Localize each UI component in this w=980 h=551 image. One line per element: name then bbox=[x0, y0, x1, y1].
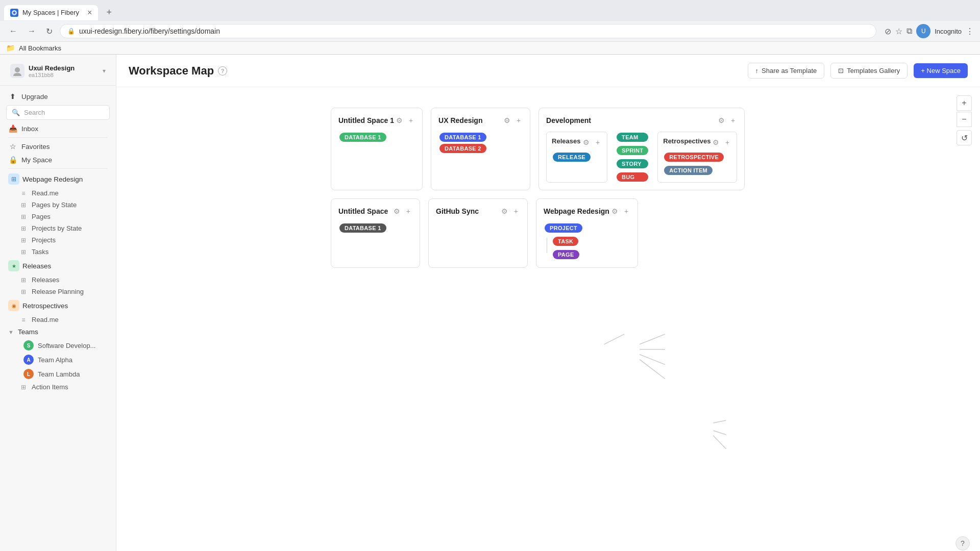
workspace-selector[interactable]: Uxui Redesign ea131bb8 ▾ bbox=[6, 61, 110, 81]
card-header-untitled-2: Untitled Space ⚙ + bbox=[338, 206, 412, 216]
card-title-untitled-1: Untitled Space 1 bbox=[338, 116, 394, 124]
forward-button[interactable]: → bbox=[24, 24, 39, 38]
card-settings-webpage-redesign[interactable]: ⚙ bbox=[609, 206, 620, 216]
reload-button[interactable]: ↻ bbox=[43, 24, 56, 38]
space-card-webpage-redesign: Webpage Redesign ⚙ + PROJECT TASK bbox=[536, 198, 638, 268]
card-title-github-sync: GitHub Sync bbox=[436, 207, 479, 215]
sidebar-item-upgrade[interactable]: ⬆ Upgrade bbox=[3, 90, 113, 103]
card-settings-github-sync[interactable]: ⚙ bbox=[499, 206, 510, 216]
sidebar-item-releases[interactable]: ⊞ Releases bbox=[3, 274, 113, 286]
releases-section-label: Releases bbox=[22, 262, 51, 270]
browser-nav: ← → ↻ 🔒 uxui-redesign.fibery.io/fibery/s… bbox=[0, 21, 980, 41]
card-settings-untitled-2[interactable]: ⚙ bbox=[391, 206, 402, 216]
svg-line-2 bbox=[640, 334, 665, 344]
development-inner: Releases ⚙ + RELEASE TEAM bbox=[546, 132, 737, 183]
templates-gallery-button[interactable]: ⊡ Templates Gallery bbox=[830, 63, 908, 79]
upgrade-label: Upgrade bbox=[21, 93, 48, 101]
sidebar-item-release-planning[interactable]: ⊞ Release Planning bbox=[3, 286, 113, 297]
sidebar-item-releases-section[interactable]: ★ Releases bbox=[3, 258, 113, 274]
card-add-untitled-1[interactable]: + bbox=[407, 115, 415, 126]
extensions-icon[interactable]: ⧉ bbox=[906, 27, 912, 36]
card-add-development[interactable]: + bbox=[729, 115, 737, 126]
sidebar-item-teams[interactable]: ▼ Teams bbox=[3, 325, 113, 338]
sidebar-item-projects[interactable]: ⊞ Projects bbox=[3, 234, 113, 246]
dev-retro-add[interactable]: + bbox=[723, 137, 731, 147]
card-settings-development[interactable]: ⚙ bbox=[716, 115, 727, 126]
zoom-in-button[interactable]: + bbox=[957, 95, 972, 111]
sidebar-item-team-alpha[interactable]: A Team Alpha bbox=[3, 353, 113, 367]
tag-story: STORY bbox=[617, 159, 648, 168]
svg-line-9 bbox=[713, 436, 726, 449]
spaces-row-2: Untitled Space ⚙ + DATABASE 1 GitHub Syn… bbox=[331, 198, 745, 268]
sidebar-search[interactable]: 🔍 Search bbox=[6, 105, 110, 120]
team-alpha-label: Team Alpha bbox=[38, 356, 72, 364]
sidebar-item-team-lambda[interactable]: L Team Lambda bbox=[3, 367, 113, 381]
sidebar-item-read-me-2[interactable]: ≡ Read.me bbox=[3, 314, 113, 325]
pages-by-state-label: Pages by State bbox=[32, 201, 77, 209]
divider-2 bbox=[8, 168, 108, 169]
active-tab[interactable]: My Spaces | Fibery × bbox=[4, 5, 98, 20]
dev-releases-card: Releases ⚙ + RELEASE bbox=[546, 132, 607, 183]
card-add-untitled-2[interactable]: + bbox=[404, 206, 412, 216]
sidebar-item-favorites[interactable]: ☆ Favorites bbox=[3, 140, 113, 153]
card-header-ux-redesign: UX Redesign ⚙ + bbox=[438, 115, 523, 126]
tag-task: TASK bbox=[553, 237, 578, 246]
release-planning-icon: ⊞ bbox=[19, 288, 28, 295]
sidebar-item-retrospectives[interactable]: ◉ Retrospectives bbox=[3, 297, 113, 314]
sidebar-item-projects-by-state[interactable]: ⊞ Projects by State bbox=[3, 222, 113, 234]
page-title: Workspace Map ? bbox=[129, 64, 227, 78]
sidebar-item-pages[interactable]: ⊞ Pages bbox=[3, 211, 113, 222]
card-add-webpage-redesign[interactable]: + bbox=[622, 206, 630, 216]
profile-button[interactable]: U bbox=[916, 24, 930, 38]
card-add-github-sync[interactable]: + bbox=[512, 206, 520, 216]
tag-project: PROJECT bbox=[545, 223, 582, 233]
browser-actions: ⊘ ☆ ⧉ U Incognito ⋮ bbox=[885, 24, 974, 38]
action-items-label: Action Items bbox=[32, 383, 68, 391]
card-settings-ux-redesign[interactable]: ⚙ bbox=[502, 115, 512, 126]
camera-off-icon[interactable]: ⊘ bbox=[885, 27, 891, 36]
sidebar: Uxui Redesign ea131bb8 ▾ ⬆ Upgrade 🔍 Sea… bbox=[0, 55, 116, 551]
card-title-untitled-2: Untitled Space bbox=[338, 207, 388, 215]
new-tab-button[interactable]: + bbox=[100, 4, 118, 21]
browser-chrome: My Spaces | Fibery × + ← → ↻ 🔒 uxui-rede… bbox=[0, 0, 980, 55]
back-button[interactable]: ← bbox=[6, 24, 20, 38]
share-template-button[interactable]: ↑ Share as Template bbox=[748, 63, 825, 79]
canvas-area[interactable]: + − ↺ bbox=[116, 87, 980, 551]
tag-release: RELEASE bbox=[553, 153, 591, 162]
card-settings-untitled-1[interactable]: ⚙ bbox=[394, 115, 405, 126]
pages-by-state-icon: ⊞ bbox=[19, 202, 28, 209]
sidebar-item-my-space[interactable]: 🔒 My Space bbox=[3, 153, 113, 166]
zoom-out-button[interactable]: − bbox=[957, 112, 972, 127]
dev-retro-settings[interactable]: ⚙ bbox=[710, 137, 721, 147]
new-space-button[interactable]: + New Space bbox=[914, 63, 968, 78]
bookmarks-label: All Bookmarks bbox=[19, 44, 61, 52]
dev-releases-title: Releases bbox=[552, 137, 580, 147]
space-card-ux-redesign: UX Redesign ⚙ + DATABASE 1 DATABASE 2 bbox=[431, 108, 530, 190]
tag-action-item: ACTION ITEM bbox=[664, 166, 713, 175]
dev-releases-add[interactable]: + bbox=[594, 137, 602, 147]
reset-view-button[interactable]: ↺ bbox=[957, 130, 972, 145]
tab-close-button[interactable]: × bbox=[87, 8, 92, 17]
sidebar-item-webpage-redesign[interactable]: ⊞ Webpage Redesign bbox=[3, 171, 113, 187]
projects-icon: ⊞ bbox=[19, 237, 28, 244]
sidebar-header: Uxui Redesign ea131bb8 ▾ bbox=[0, 55, 116, 86]
dev-releases-header: Releases ⚙ + bbox=[552, 137, 602, 147]
menu-button[interactable]: ⋮ bbox=[966, 27, 974, 36]
dev-retro-header: Retrospectives ⚙ + bbox=[663, 137, 731, 147]
page-title-text: Workspace Map bbox=[129, 64, 214, 78]
sidebar-item-inbox[interactable]: 📥 Inbox bbox=[3, 122, 113, 135]
svg-line-8 bbox=[713, 431, 726, 435]
help-icon[interactable]: ? bbox=[218, 66, 227, 76]
sidebar-item-team-software[interactable]: S Software Develop... bbox=[3, 338, 113, 353]
card-add-ux-redesign[interactable]: + bbox=[514, 115, 523, 126]
sidebar-item-pages-by-state[interactable]: ⊞ Pages by State bbox=[3, 199, 113, 211]
sidebar-item-action-items[interactable]: ⊞ Action Items bbox=[3, 381, 113, 393]
release-planning-label: Release Planning bbox=[32, 288, 84, 295]
bookmark-icon[interactable]: ☆ bbox=[895, 27, 902, 36]
dev-releases-settings[interactable]: ⚙ bbox=[581, 137, 592, 147]
sidebar-item-read-me-1[interactable]: ≡ Read.me bbox=[3, 187, 113, 199]
dev-retro-title: Retrospectives bbox=[663, 137, 710, 147]
sidebar-item-tasks[interactable]: ⊞ Tasks bbox=[3, 246, 113, 258]
address-bar[interactable]: 🔒 uxui-redesign.fibery.io/fibery/setting… bbox=[60, 24, 876, 38]
help-bubble[interactable]: ? bbox=[955, 536, 970, 550]
